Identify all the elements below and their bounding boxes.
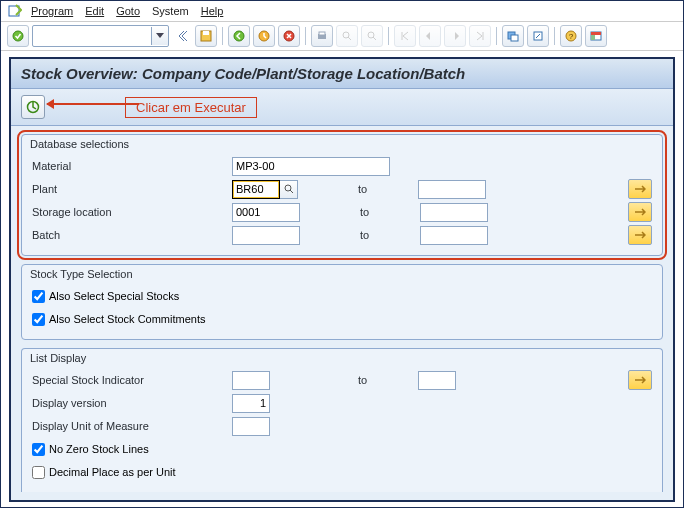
- group-stock-type: Stock Type Selection Also Select Special…: [21, 264, 663, 340]
- collapse-icon[interactable]: [172, 26, 192, 46]
- no-zero-checkbox[interactable]: No Zero Stock Lines: [32, 443, 149, 456]
- separator: [222, 27, 223, 45]
- page-title: Stock Overview: Company Code/Plant/Stora…: [11, 59, 673, 89]
- separator: [496, 27, 497, 45]
- form-body: Database selections Material Plant to: [11, 126, 673, 500]
- ssi-to-label: to: [358, 374, 418, 386]
- command-input[interactable]: [33, 27, 151, 45]
- sloc-label: Storage location: [32, 206, 232, 218]
- plant-to-input[interactable]: [418, 180, 486, 199]
- annotation-label: Clicar em Executar: [125, 97, 257, 118]
- svg-point-4: [234, 31, 244, 41]
- svg-rect-14: [511, 35, 518, 41]
- ssi-input[interactable]: [232, 371, 270, 390]
- svg-line-23: [290, 190, 293, 193]
- stock-commitments-label: Also Select Stock Commitments: [49, 313, 206, 325]
- display-version-label: Display version: [32, 397, 232, 409]
- menu-program[interactable]: Program: [27, 3, 77, 19]
- menubar: Program Edit Goto System Help: [1, 1, 683, 22]
- ssi-label: Special Stock Indicator: [32, 374, 232, 386]
- save-button[interactable]: [195, 25, 217, 47]
- stock-commitments-input[interactable]: [32, 313, 45, 326]
- back-button[interactable]: [228, 25, 250, 47]
- material-input[interactable]: [232, 157, 390, 176]
- content-area: Stock Overview: Company Code/Plant/Stora…: [1, 51, 683, 508]
- group-database-selections: Database selections Material Plant to: [21, 134, 663, 256]
- shortcut-button[interactable]: [527, 25, 549, 47]
- sloc-to-label: to: [360, 206, 420, 218]
- command-field[interactable]: [32, 25, 169, 47]
- new-session-button[interactable]: [502, 25, 524, 47]
- svg-rect-3: [203, 31, 209, 35]
- decimal-checkbox[interactable]: Decimal Place as per Unit: [32, 466, 176, 479]
- group-title-stock: Stock Type Selection: [22, 265, 662, 281]
- help-button[interactable]: ?: [560, 25, 582, 47]
- display-uom-label: Display Unit of Measure: [32, 420, 232, 432]
- command-dropdown-icon[interactable]: [151, 27, 168, 45]
- material-label: Material: [32, 160, 232, 172]
- plant-to-label: to: [358, 183, 418, 195]
- find-next-button[interactable]: [361, 25, 383, 47]
- svg-rect-8: [319, 32, 325, 35]
- batch-input[interactable]: [232, 226, 300, 245]
- batch-multi-select-button[interactable]: [628, 225, 652, 245]
- window: Stock Overview: Company Code/Plant/Stora…: [9, 57, 675, 502]
- cancel-button[interactable]: [278, 25, 300, 47]
- separator: [305, 27, 306, 45]
- special-stocks-input[interactable]: [32, 290, 45, 303]
- separator: [388, 27, 389, 45]
- decimal-label: Decimal Place as per Unit: [49, 466, 176, 478]
- sloc-multi-select-button[interactable]: [628, 202, 652, 222]
- svg-line-12: [373, 37, 376, 40]
- no-zero-input[interactable]: [32, 443, 45, 456]
- plant-label: Plant: [32, 183, 232, 195]
- plant-multi-select-button[interactable]: [628, 179, 652, 199]
- batch-to-input[interactable]: [420, 226, 488, 245]
- ssi-to-input[interactable]: [418, 371, 456, 390]
- stock-commitments-checkbox[interactable]: Also Select Stock Commitments: [32, 313, 206, 326]
- svg-rect-19: [591, 32, 601, 35]
- menu-goto[interactable]: Goto: [112, 3, 144, 19]
- find-button[interactable]: [336, 25, 358, 47]
- display-uom-input[interactable]: [232, 417, 270, 436]
- sloc-input[interactable]: [232, 203, 300, 222]
- svg-text:?: ?: [569, 32, 574, 41]
- annotation-arrow: [47, 103, 139, 105]
- menu-system[interactable]: System: [148, 3, 193, 19]
- batch-to-label: to: [360, 229, 420, 241]
- group-title-db: Database selections: [22, 135, 662, 151]
- svg-line-10: [348, 37, 351, 40]
- ssi-multi-select-button[interactable]: [628, 370, 652, 390]
- sloc-to-input[interactable]: [420, 203, 488, 222]
- enter-button[interactable]: [7, 25, 29, 47]
- svg-point-1: [13, 31, 23, 41]
- no-zero-label: No Zero Stock Lines: [49, 443, 149, 455]
- special-stocks-label: Also Select Special Stocks: [49, 290, 179, 302]
- separator: [554, 27, 555, 45]
- special-stocks-checkbox[interactable]: Also Select Special Stocks: [32, 290, 179, 303]
- system-toolbar: ?: [1, 22, 683, 51]
- first-page-button[interactable]: [394, 25, 416, 47]
- layout-button[interactable]: [585, 25, 607, 47]
- menu-edit[interactable]: Edit: [81, 3, 108, 19]
- batch-label: Batch: [32, 229, 232, 241]
- exit-button[interactable]: [253, 25, 275, 47]
- sap-menu-icon[interactable]: [7, 3, 23, 19]
- decimal-input[interactable]: [32, 466, 45, 479]
- next-page-button[interactable]: [444, 25, 466, 47]
- plant-input[interactable]: [232, 180, 280, 199]
- menu-help[interactable]: Help: [197, 3, 228, 19]
- svg-rect-20: [591, 35, 595, 40]
- app-toolbar: Clicar em Executar: [11, 89, 673, 126]
- group-title-list: List Display: [22, 349, 662, 365]
- last-page-button[interactable]: [469, 25, 491, 47]
- prev-page-button[interactable]: [419, 25, 441, 47]
- print-button[interactable]: [311, 25, 333, 47]
- group-list-display: List Display Special Stock Indicator to …: [21, 348, 663, 492]
- display-version-input[interactable]: [232, 394, 270, 413]
- plant-value-help-icon[interactable]: [280, 180, 298, 199]
